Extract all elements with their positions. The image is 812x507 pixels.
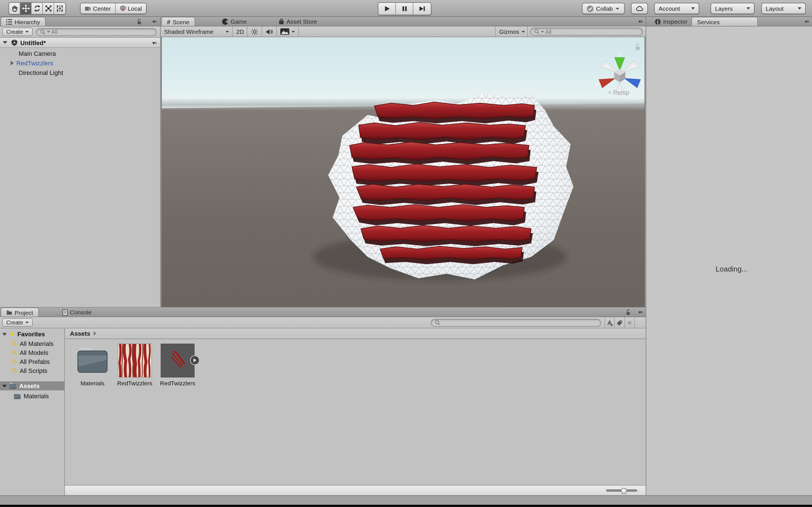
rect-tool-icon[interactable] bbox=[54, 3, 65, 14]
scene-row-menu-icon[interactable]: ▾≡ bbox=[153, 41, 156, 46]
hand-tool-icon[interactable] bbox=[9, 3, 20, 14]
inspector-info-icon bbox=[655, 18, 661, 24]
search-favorites-button[interactable]: ★ bbox=[625, 317, 635, 328]
search-by-label-button[interactable] bbox=[615, 317, 625, 328]
scene-lighting-button[interactable] bbox=[248, 26, 262, 37]
assets-root-label: Assets bbox=[19, 383, 40, 389]
favorites-foldout-icon[interactable] bbox=[2, 333, 7, 335]
tab-project[interactable]: Project bbox=[1, 307, 39, 317]
hierarchy-search-input[interactable]: All bbox=[36, 28, 157, 36]
model-preview-play-badge[interactable] bbox=[190, 355, 200, 365]
tab-asset-store[interactable]: Asset Store bbox=[273, 17, 322, 26]
thumbnail-size-slider[interactable] bbox=[606, 490, 637, 492]
draw-mode-label: Shaded Wireframe bbox=[164, 28, 213, 35]
scene-viewport[interactable]: y x z < Persp bbox=[161, 37, 645, 307]
project-menu-icon[interactable]: ▾≡ bbox=[639, 310, 642, 315]
favorite-all-prefabs[interactable]: All Prefabs bbox=[0, 357, 64, 366]
hierarchy-item-directional-light[interactable]: Directional Light bbox=[0, 68, 160, 77]
asset-redtwizzlers-model[interactable]: RedTwizzlers bbox=[158, 344, 197, 386]
slider-thumb[interactable] bbox=[621, 488, 627, 494]
scene-audio-button[interactable] bbox=[262, 26, 277, 37]
item-label: Directional Light bbox=[18, 69, 63, 76]
asset-grid-area[interactable]: Materials bbox=[65, 339, 646, 485]
collab-check-icon bbox=[587, 5, 594, 12]
services-loading-text: Loading... bbox=[716, 265, 748, 273]
favorite-all-models[interactable]: All Models bbox=[0, 348, 64, 357]
y-axis-cone bbox=[615, 57, 625, 70]
expand-arrow-icon[interactable] bbox=[11, 61, 13, 65]
assets-root-row[interactable]: Assets bbox=[0, 381, 64, 390]
rotate-tool-icon[interactable] bbox=[32, 3, 43, 14]
project-tree-pane: ★ Favorites All Materials All Models All… bbox=[0, 328, 65, 495]
tab-inspector[interactable]: Inspector bbox=[650, 17, 693, 26]
pivot-local-button[interactable]: Local bbox=[115, 3, 146, 13]
hierarchy-create-button[interactable]: Create bbox=[2, 27, 33, 36]
scene-search-input[interactable]: All bbox=[530, 27, 643, 36]
pivot-center-button[interactable]: Center bbox=[81, 3, 115, 13]
hierarchy-item-main-camera[interactable]: Main Camera bbox=[0, 48, 160, 58]
project-panel: Project Console ▾≡ Create bbox=[0, 307, 646, 495]
asset-materials-folder[interactable]: Materials bbox=[73, 344, 112, 386]
hierarchy-menu-icon[interactable]: ▾≡ bbox=[153, 19, 156, 24]
scene-panel-menu-icon[interactable]: ▾≡ bbox=[639, 19, 642, 24]
breadcrumb[interactable]: Assets bbox=[70, 330, 90, 337]
scene-effects-dropdown[interactable] bbox=[277, 26, 299, 37]
texture-thumbnail bbox=[118, 344, 152, 378]
assets-foldout-icon[interactable] bbox=[2, 385, 7, 387]
draw-mode-dropdown[interactable]: Shaded Wireframe bbox=[161, 26, 233, 37]
account-dropdown[interactable]: Account bbox=[654, 3, 699, 14]
hierarchy-tabbar: Hierarchy ▾≡ bbox=[0, 17, 160, 26]
inspector-menu-icon[interactable]: ▾≡ bbox=[805, 19, 809, 24]
collab-label: Collab bbox=[596, 5, 613, 12]
collab-dropdown[interactable]: Collab bbox=[582, 3, 625, 14]
toggle-2d-button[interactable]: 2D bbox=[233, 26, 248, 37]
star-icon: ★ bbox=[626, 319, 633, 327]
layers-dropdown[interactable]: Layers bbox=[711, 3, 755, 14]
tree-materials-folder[interactable]: Materials bbox=[0, 392, 64, 400]
search-by-type-button[interactable] bbox=[605, 317, 615, 328]
scene-toolbar: Shaded Wireframe 2D Gizmos bbox=[161, 26, 646, 37]
viewport-lock-icon bbox=[635, 43, 641, 53]
asset-redtwizzlers-texture[interactable]: RedTwizzlers bbox=[115, 344, 154, 386]
play-button[interactable] bbox=[378, 3, 396, 15]
sun-icon bbox=[251, 28, 259, 35]
persp-arrow-icon: < bbox=[608, 89, 612, 96]
yellow-search-icon bbox=[12, 368, 17, 374]
scene-tab-label: Scene bbox=[172, 18, 190, 25]
project-asset-grid: Assets Materials bbox=[65, 328, 646, 485]
hierarchy-lock-icon[interactable] bbox=[137, 18, 142, 25]
favorites-row[interactable]: ★ Favorites bbox=[0, 330, 64, 339]
scene-foldout-icon[interactable] bbox=[3, 41, 7, 44]
scene-tabbar: # Scene Game Asset Store ▾≡ bbox=[161, 17, 646, 26]
tab-scene[interactable]: # Scene bbox=[161, 17, 195, 26]
project-search-input[interactable] bbox=[431, 319, 601, 327]
gizmos-dropdown[interactable]: Gizmos bbox=[495, 26, 528, 37]
create-arrow bbox=[26, 31, 29, 33]
favorite-all-scripts[interactable]: All Scripts bbox=[0, 366, 64, 375]
layout-dropdown[interactable]: Layout bbox=[761, 3, 806, 14]
cloud-button[interactable] bbox=[631, 3, 648, 14]
step-button[interactable] bbox=[413, 3, 431, 15]
tab-console[interactable]: Console bbox=[57, 307, 97, 317]
favorite-all-materials[interactable]: All Materials bbox=[0, 339, 64, 348]
layout-arrow bbox=[798, 7, 801, 10]
tab-hierarchy[interactable]: Hierarchy bbox=[1, 17, 46, 26]
transform-tools bbox=[8, 2, 66, 15]
move-tool-icon[interactable] bbox=[20, 3, 32, 14]
center-icon bbox=[85, 5, 91, 11]
tab-game[interactable]: Game bbox=[217, 17, 252, 26]
search-icon bbox=[534, 29, 540, 34]
hierarchy-create-label: Create bbox=[6, 29, 23, 35]
scene-header-row[interactable]: Untitled* ▾≡ bbox=[0, 38, 160, 48]
projection-mode-button[interactable]: < Persp bbox=[596, 89, 641, 96]
project-lock-icon[interactable] bbox=[625, 309, 631, 316]
project-create-button[interactable]: Create bbox=[2, 318, 33, 327]
gizmos-label: Gizmos bbox=[499, 28, 519, 35]
hierarchy-item-redtwizzlers[interactable]: RedTwizzlers bbox=[0, 58, 160, 68]
scale-tool-icon[interactable] bbox=[43, 3, 54, 14]
redtwizzlers-3d-model[interactable] bbox=[289, 71, 582, 291]
tab-services[interactable]: Services bbox=[691, 17, 758, 26]
favorites-star-icon: ★ bbox=[9, 331, 15, 337]
project-toolbar: Create ★ bbox=[0, 317, 646, 328]
pause-button[interactable] bbox=[396, 3, 413, 15]
